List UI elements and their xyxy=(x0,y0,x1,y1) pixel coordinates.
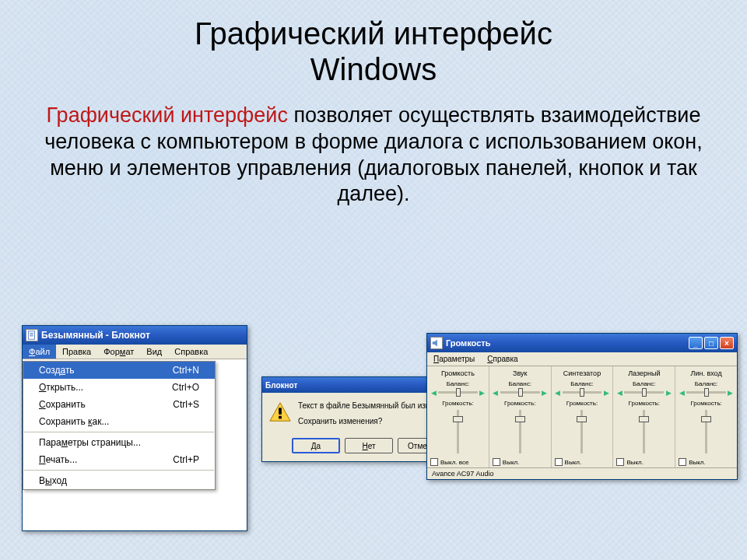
volume-mixer-window: Громкость _ □ × Параметры Справка Громко… xyxy=(426,333,738,480)
mute-label: Выкл. xyxy=(503,459,520,466)
mixer-menu-params[interactable]: Параметры xyxy=(427,352,481,366)
mixer-channel: ГромкостьБаланс:◀▶Громкость:Выкл. все xyxy=(427,366,489,467)
file-dropdown: СоздатьCtrl+N Открыть...Ctrl+O Сохранить… xyxy=(23,361,216,490)
balance-thumb[interactable] xyxy=(518,388,523,397)
balance-label: Баланс: xyxy=(430,380,486,387)
balance-thumb[interactable] xyxy=(704,388,709,397)
mute-row: Выкл. xyxy=(555,458,610,466)
balance-slider[interactable]: ◀▶ xyxy=(430,389,486,395)
yes-button[interactable]: Да xyxy=(292,438,340,453)
title-line-1: Графический интерфейс xyxy=(195,16,552,51)
mute-label: Выкл. все xyxy=(440,459,468,466)
slide-title: Графический интерфейс Windows xyxy=(0,0,747,87)
mute-row: Выкл. xyxy=(679,458,734,466)
minimize-icon[interactable]: _ xyxy=(689,337,703,349)
channel-name: Лазерный xyxy=(616,369,672,377)
menu-format[interactable]: Формат xyxy=(97,345,140,359)
mixer-status: Avance AC97 Audio xyxy=(427,467,737,479)
menu-view[interactable]: Вид xyxy=(140,345,168,359)
balance-thumb[interactable] xyxy=(642,388,647,397)
channel-name: Синтезатор xyxy=(555,369,610,377)
warning-icon xyxy=(268,401,292,424)
notepad-title: Безымянный - Блокнот xyxy=(41,330,244,341)
mute-label: Выкл. xyxy=(689,459,706,466)
mixer-titlebar[interactable]: Громкость _ □ × xyxy=(427,334,737,352)
menu-item-exit[interactable]: Выход xyxy=(23,472,215,489)
mixer-menubar: Параметры Справка xyxy=(427,352,737,366)
balance-label: Баланс: xyxy=(616,380,672,387)
volume-label: Громкость: xyxy=(555,400,610,407)
mute-checkbox[interactable] xyxy=(616,458,624,466)
mixer-channel: ЛазерныйБаланс:◀▶Громкость:Выкл. xyxy=(613,366,675,467)
mute-checkbox[interactable] xyxy=(430,458,438,466)
notepad-menubar: Файл Правка Формат Вид Справка xyxy=(23,345,247,359)
volume-slider[interactable] xyxy=(430,408,486,455)
menu-item-print[interactable]: Печать...Ctrl+P xyxy=(23,451,215,468)
volume-label: Громкость: xyxy=(430,400,486,407)
balance-label: Баланс: xyxy=(679,380,734,387)
volume-thumb[interactable] xyxy=(453,416,463,422)
mixer-channel: СинтезаторБаланс:◀▶Громкость:Выкл. xyxy=(552,366,614,467)
menu-help[interactable]: Справка xyxy=(168,345,214,359)
speaker-right-icon: ▶ xyxy=(479,389,486,395)
speaker-right-icon: ▶ xyxy=(542,389,548,395)
menu-item-saveas[interactable]: Сохранить как... xyxy=(23,413,215,430)
volume-label: Громкость: xyxy=(679,400,734,407)
mute-checkbox[interactable] xyxy=(493,458,500,466)
balance-slider[interactable]: ◀▶ xyxy=(555,389,610,395)
balance-slider[interactable]: ◀▶ xyxy=(679,389,734,395)
mute-label: Выкл. xyxy=(626,459,644,466)
svg-rect-0 xyxy=(29,331,35,340)
speaker-left-icon: ◀ xyxy=(493,389,499,395)
title-line-2: Windows xyxy=(310,52,437,86)
menu-item-create[interactable]: СоздатьCtrl+N xyxy=(23,362,215,379)
menu-edit[interactable]: Правка xyxy=(56,345,97,359)
notepad-icon xyxy=(26,329,38,341)
menu-separator-2 xyxy=(24,470,214,471)
balance-slider[interactable]: ◀▶ xyxy=(493,389,548,395)
svg-rect-6 xyxy=(279,416,282,419)
slide-body: Графический интерфейс позволяет осуществ… xyxy=(0,87,747,208)
svg-rect-5 xyxy=(279,408,282,414)
speaker-left-icon: ◀ xyxy=(430,389,437,395)
notepad-window: Безымянный - Блокнот Файл Правка Формат … xyxy=(22,325,247,531)
mute-row: Выкл. все xyxy=(430,458,486,466)
balance-label: Баланс: xyxy=(555,380,610,387)
volume-thumb[interactable] xyxy=(701,416,711,422)
volume-label: Громкость: xyxy=(493,400,548,407)
volume-label: Громкость: xyxy=(616,400,672,407)
channel-name: Лин. вход xyxy=(679,369,734,377)
mute-checkbox[interactable] xyxy=(679,458,686,466)
balance-thumb[interactable] xyxy=(580,388,584,397)
volume-thumb[interactable] xyxy=(515,416,525,422)
volume-slider[interactable] xyxy=(555,408,610,455)
volume-thumb[interactable] xyxy=(577,416,587,422)
speaker-right-icon: ▶ xyxy=(665,389,672,395)
speaker-right-icon: ▶ xyxy=(728,389,734,395)
mixer-title: Громкость xyxy=(446,338,689,348)
menu-item-open[interactable]: Открыть...Ctrl+O xyxy=(23,379,215,396)
speaker-icon xyxy=(430,337,443,349)
mixer-menu-help[interactable]: Справка xyxy=(481,352,524,366)
mute-row: Выкл. xyxy=(616,458,672,466)
volume-thumb[interactable] xyxy=(639,416,649,422)
balance-slider[interactable]: ◀▶ xyxy=(616,389,672,395)
definition-term: Графический интерфейс xyxy=(47,103,288,127)
volume-slider[interactable] xyxy=(679,408,734,455)
menu-item-save[interactable]: СохранитьCtrl+S xyxy=(23,396,215,413)
menu-item-pagesetup[interactable]: Параметры страницы... xyxy=(23,434,215,451)
speaker-left-icon: ◀ xyxy=(679,389,685,395)
mute-row: Выкл. xyxy=(493,458,548,466)
notepad-titlebar[interactable]: Безымянный - Блокнот xyxy=(23,326,247,345)
channel-name: Звук xyxy=(493,369,548,377)
close-icon[interactable]: × xyxy=(720,337,734,349)
balance-thumb[interactable] xyxy=(456,388,461,397)
mute-checkbox[interactable] xyxy=(555,458,563,466)
no-button[interactable]: Нет xyxy=(345,438,393,453)
volume-slider[interactable] xyxy=(616,408,672,455)
menu-file[interactable]: Файл xyxy=(23,345,56,359)
volume-slider[interactable] xyxy=(493,408,548,455)
maximize-icon[interactable]: □ xyxy=(704,337,718,349)
menu-separator-1 xyxy=(24,432,214,432)
mute-label: Выкл. xyxy=(565,459,582,466)
